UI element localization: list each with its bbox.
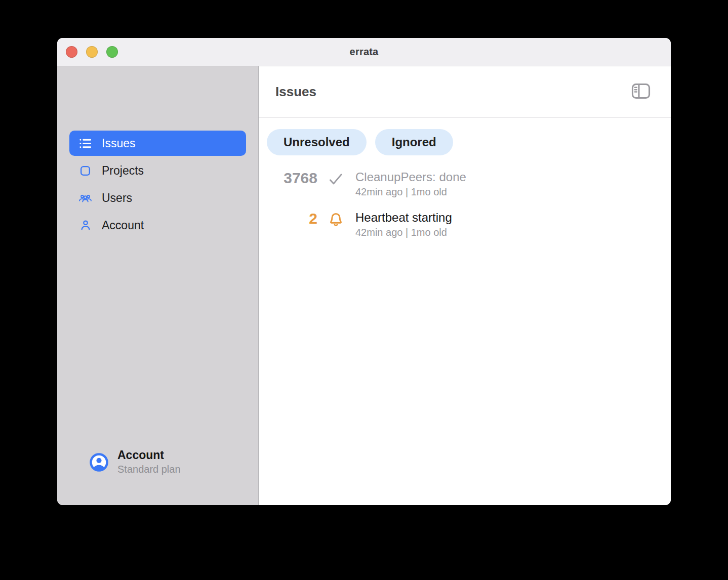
traffic-lights — [66, 38, 118, 66]
account-footer[interactable]: Account Standard plan — [90, 448, 181, 476]
titlebar: errata — [57, 38, 671, 66]
sidebar-item-users[interactable]: Users — [69, 185, 246, 211]
account-plan: Standard plan — [117, 463, 181, 476]
sidebar: Issues Projects — [57, 66, 259, 505]
sidebar-item-issues[interactable]: Issues — [69, 131, 246, 156]
bell-icon — [326, 210, 345, 229]
person-circle-icon — [90, 453, 108, 472]
list-icon — [78, 137, 92, 150]
sidebar-item-account[interactable]: Account — [69, 213, 246, 238]
sidebar-item-label: Projects — [102, 164, 144, 178]
sidebar-item-projects[interactable]: Projects — [69, 158, 246, 183]
filter-ignored[interactable]: Ignored — [375, 129, 453, 155]
sidebar-toggle-button[interactable] — [631, 84, 651, 101]
issue-texts: CleanupPeers: done 42min ago | 1mo old — [355, 170, 466, 198]
filter-unresolved[interactable]: Unresolved — [267, 129, 367, 155]
sidebar-item-label: Users — [102, 191, 132, 205]
account-info: Account Standard plan — [117, 448, 181, 476]
issue-texts: Heartbeat starting 42min ago | 1mo old — [355, 210, 452, 239]
check-icon — [326, 170, 345, 188]
account-name: Account — [117, 448, 181, 463]
issue-row[interactable]: 2 Heartbeat starting 42min ago | 1mo old — [259, 210, 671, 239]
minimize-button[interactable] — [86, 46, 98, 58]
issue-title: CleanupPeers: done — [355, 170, 466, 184]
issue-title: Heartbeat starting — [355, 210, 452, 225]
window-body: Issues Projects — [57, 66, 671, 505]
issue-row[interactable]: 3768 CleanupPeers: done 42min ago | 1mo … — [259, 170, 671, 198]
sidebar-item-label: Issues — [102, 137, 135, 150]
issue-count: 2 — [259, 210, 317, 227]
issue-list: 3768 CleanupPeers: done 42min ago | 1mo … — [259, 170, 671, 239]
issue-meta: 42min ago | 1mo old — [355, 185, 466, 198]
close-button[interactable] — [66, 46, 77, 58]
content-header: Issues — [259, 66, 671, 118]
users-icon — [78, 191, 92, 205]
issue-count: 3768 — [259, 170, 317, 187]
filter-bar: Unresolved Ignored — [259, 118, 671, 155]
person-icon — [78, 219, 92, 232]
sidebar-nav: Issues Projects — [57, 66, 258, 238]
zoom-button[interactable] — [106, 46, 118, 58]
window-title: errata — [350, 46, 379, 58]
main-content: Issues — [259, 66, 671, 505]
sidebar-toggle-icon — [631, 82, 651, 101]
square-icon — [78, 164, 92, 178]
page-title: Issues — [275, 84, 316, 100]
sidebar-item-label: Account — [102, 219, 144, 232]
filter-label: Ignored — [392, 135, 436, 149]
app-window: errata Issues — [57, 38, 671, 505]
issue-meta: 42min ago | 1mo old — [355, 226, 452, 239]
filter-label: Unresolved — [284, 135, 350, 149]
